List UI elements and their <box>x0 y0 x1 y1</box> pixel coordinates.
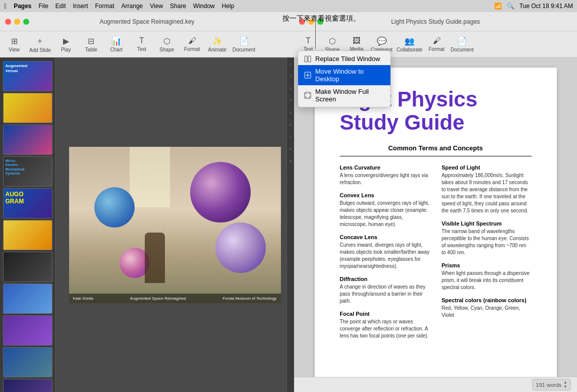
caption-right: Funda Museum of Technology <box>222 296 276 301</box>
pages-toolbar-shape[interactable]: ⬡ Shape <box>322 36 342 52</box>
term-prisms: Prisms <box>442 262 532 268</box>
slide-thumb-12[interactable]: 12 <box>3 379 52 392</box>
toolbar-play[interactable]: ▶ Play <box>56 36 76 52</box>
slide-canvas: Kate Greita Augmented Space Reimagined F… <box>69 147 281 303</box>
toolbar-format[interactable]: 🖌 Format <box>182 36 202 52</box>
word-count-stepper[interactable]: 191 words ▲ ▼ <box>532 379 571 390</box>
menu-window[interactable]: Window <box>193 3 215 10</box>
fullscreen-button[interactable] <box>23 19 29 25</box>
close-button[interactable] <box>5 19 11 25</box>
ruler-vertical: 1 2 3 4 5 6 7 8 9 <box>286 58 294 392</box>
minimize-button[interactable] <box>14 19 20 25</box>
term-convex-lens: Convex Lens <box>340 192 430 198</box>
context-menu-fullscreen[interactable]: Make Window Full Screen <box>298 85 390 105</box>
term-diffraction: Diffraction <box>340 276 430 282</box>
word-count-label: 191 words <box>536 382 561 388</box>
svg-rect-0 <box>305 56 307 62</box>
slide-image <box>69 147 281 303</box>
toolbar-animate[interactable]: ✨ Animate <box>207 36 227 52</box>
def-visible-light-spectrum: The narrow band of wavelengths perceptib… <box>442 228 532 256</box>
callout-line <box>315 21 316 49</box>
slide-thumb-4[interactable]: 4 <box>3 125 52 155</box>
sphere-decoration-1 <box>190 162 251 222</box>
pages-toolbar-media[interactable]: 🖼 Media <box>347 36 367 52</box>
caption-left: Kate Greita <box>73 296 93 301</box>
def-concave-lens: Curves inward, diverges rays of light, m… <box>340 242 430 270</box>
term-concave-lens: Concave Lens <box>340 234 430 240</box>
slide-thumb-3[interactable]: 3 <box>3 93 52 123</box>
slide-thumb-11[interactable]: 11 <box>3 347 52 377</box>
slide-thumb-10[interactable]: 10 <box>3 315 52 346</box>
pages-footer: 191 words ▲ ▼ <box>294 377 577 392</box>
toolbar-chart[interactable]: 📊 Chart <box>106 36 127 52</box>
toolbar-text[interactable]: T Text <box>132 36 152 52</box>
slide-canvas-area: Kate Greita Augmented Space Reimagined F… <box>55 58 294 392</box>
slide-thumb-7[interactable]: 7 <box>3 220 52 250</box>
def-convex-lens: Bulges outward, converges rays of light,… <box>340 200 430 228</box>
menu-format[interactable]: Format <box>95 3 114 10</box>
doc-col-right: Speed of Light Approximately 186,000mi/s… <box>442 164 532 340</box>
toolbar-add-slide[interactable]: ＋ Add Slide <box>29 36 51 53</box>
pages-toolbar-collaborate[interactable]: 👥 Collaborate <box>396 36 422 52</box>
doc-columns: Lens Curvature A lens converges/diverges… <box>340 164 532 340</box>
def-focal-point: The point at which rays or waves converg… <box>340 318 430 340</box>
callout-text: 按一下來查看視窗選項。 <box>282 14 360 23</box>
pages-toolbar-format[interactable]: 🖌 Format <box>427 36 447 52</box>
wifi-icon: 📶 <box>494 3 502 10</box>
term-speed-of-light: Speed of Light <box>442 164 532 171</box>
search-icon[interactable]: 🔍 <box>507 3 514 10</box>
keynote-traffic-lights <box>5 19 29 25</box>
slide-thumb-8[interactable]: 8 <box>3 252 52 282</box>
menu-arrange[interactable]: Arrange <box>122 3 143 10</box>
menubar:  Pages File Edit Insert Format Arrange … <box>0 0 577 12</box>
term-lens-curvature: Lens Curvature <box>340 164 430 171</box>
context-menu-replace-tiled[interactable]: Replace Tiled Window <box>298 52 390 65</box>
keynote-title: Augmented Space Reimagined.key <box>99 18 194 25</box>
menu-file[interactable]: File <box>38 3 48 10</box>
context-menu-move-window[interactable]: Move Window to Desktop <box>298 65 390 85</box>
menu-help[interactable]: Help <box>222 3 235 10</box>
sphere-decoration-2 <box>94 187 135 228</box>
stepper-down-arrow[interactable]: ▼ <box>563 385 567 389</box>
doc-divider <box>340 156 532 156</box>
term-spectral-colors: Spectral colors (rainbow colors) <box>442 297 532 303</box>
sphere-decoration-3 <box>215 222 266 273</box>
stepper-arrows[interactable]: ▲ ▼ <box>563 380 567 389</box>
pages-document: Light Physics Study Guide Common Terms a… <box>315 68 557 377</box>
menu-share[interactable]: Share <box>170 3 186 10</box>
def-prisms: When light passes through a dispersive p… <box>442 270 532 291</box>
slide-thumb-9[interactable]: 9 <box>3 284 52 314</box>
pages-toolbar-comment[interactable]: 💬 Comment <box>371 36 392 52</box>
toolbar-shape[interactable]: ⬡ Shape <box>157 36 177 52</box>
toolbar-table[interactable]: ⊟ Table <box>81 36 101 52</box>
caption-center: Augmented Space Reimagined <box>130 296 186 301</box>
slide-panel[interactable]: 2 AugmentedVirtual 3 4 5 Micro-Electro-M… <box>0 58 55 392</box>
slide-thumb-6[interactable]: 6 AUGOGRAM <box>3 188 52 218</box>
toolbar-document[interactable]: 📄 Document <box>233 36 256 52</box>
slide-caption: Kate Greita Augmented Space Reimagined F… <box>69 294 281 303</box>
def-lens-curvature: A lens converges/diverges light rays via… <box>340 172 430 186</box>
toolbar-view[interactable]: ⊞ View <box>4 36 24 52</box>
move-window-icon <box>304 72 311 79</box>
term-visible-light-spectrum: Visible Light Spectrum <box>442 220 532 227</box>
slide-thumb-5[interactable]: 5 Micro-Electro-MechanicalSystems <box>3 156 52 187</box>
def-diffraction: A change in direction of waves as they p… <box>340 284 430 305</box>
keynote-body: 2 AugmentedVirtual 3 4 5 Micro-Electro-M… <box>0 58 294 392</box>
main-area: Augmented Space Reimagined.key ⊞ View ＋ … <box>0 12 577 392</box>
doc-subtitle: Common Terms and Concepts <box>340 144 532 152</box>
pages-toolbar-document[interactable]: 📄 Document <box>451 36 474 52</box>
def-speed-of-light: Approximately 186,000mi/s. Sunlight take… <box>442 172 532 214</box>
replace-tiled-icon <box>304 55 311 63</box>
stepper-up-arrow[interactable]: ▲ <box>563 380 567 384</box>
keynote-toolbar: ⊞ View ＋ Add Slide ▶ Play ⊟ Table 📊 Char… <box>0 31 294 58</box>
doc-col-left: Lens Curvature A lens converges/diverges… <box>340 164 430 340</box>
context-menu[interactable]: Replace Tiled Window Move Window to Desk… <box>298 50 391 107</box>
menu-view[interactable]: View <box>150 3 163 10</box>
apple-menu[interactable]:  <box>4 2 7 10</box>
slide-thumb-2[interactable]: 2 AugmentedVirtual <box>3 61 52 91</box>
menu-edit[interactable]: Edit <box>55 3 66 10</box>
menu-pages[interactable]: Pages <box>14 3 31 10</box>
menu-insert[interactable]: Insert <box>73 3 88 10</box>
fullscreen-icon <box>304 92 311 99</box>
term-focal-point: Focal Point <box>340 311 430 317</box>
